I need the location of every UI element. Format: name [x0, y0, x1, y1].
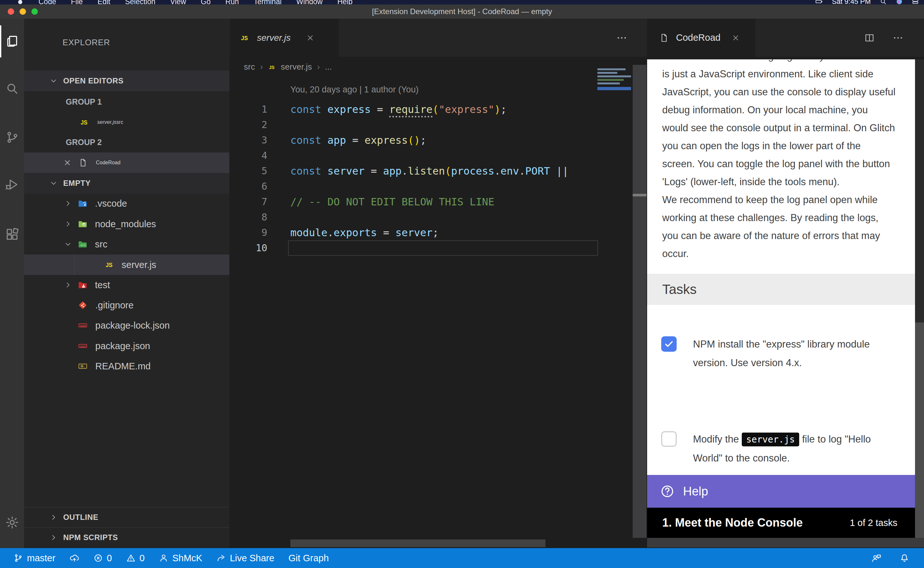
- code-text: const express = require("express");: [290, 102, 506, 117]
- tree-item-serverjs[interactable]: JSserver.js: [24, 254, 229, 275]
- close-tab-icon[interactable]: [731, 34, 740, 42]
- webview-scrollbar-track[interactable]: [915, 59, 924, 323]
- title-bar[interactable]: [Extension Development Host] - CodeRoad …: [0, 5, 924, 19]
- activity-bar-item-settings[interactable]: [0, 506, 24, 538]
- tree-item-READMEmd[interactable]: M↓README.md: [24, 356, 229, 376]
- section-header-npm-scripts[interactable]: NPM SCRIPTS: [24, 527, 229, 547]
- open-editor-item-serverjs[interactable]: JSserver.jssrc: [24, 112, 229, 132]
- menu-item-window[interactable]: Window: [297, 0, 323, 5]
- line-number: 3: [229, 133, 267, 148]
- status-item-sync-icon[interactable]: [69, 553, 79, 563]
- section-header-outline[interactable]: OUTLINE: [24, 507, 229, 527]
- chevron-right-icon: [64, 199, 72, 207]
- current-line-highlight: [288, 240, 598, 256]
- vscode-window: CodeFileEditSelectionViewGoRunTerminalWi…: [0, 0, 924, 568]
- code-line-4: 4: [229, 148, 634, 163]
- menu-item-help[interactable]: Help: [337, 0, 352, 5]
- extensions-icon: [5, 228, 19, 242]
- webview-scrollbar-thumb[interactable]: [915, 323, 924, 538]
- task-checkbox[interactable]: [661, 336, 677, 352]
- tab-serverjs[interactable]: JSserver.js: [230, 19, 339, 57]
- editor-vertical-scrollbar[interactable]: [633, 65, 647, 538]
- tree-item-nodemodules[interactable]: JSnode_modules: [24, 214, 229, 234]
- tree-item-packagelockjson[interactable]: npmpackage-lock.json: [24, 315, 229, 336]
- error-icon: [93, 553, 103, 563]
- more-actions-icon[interactable]: [616, 32, 627, 44]
- panel-tab-bar: CodeRoad: [647, 19, 924, 57]
- siri-icon: [896, 0, 903, 5]
- help-button[interactable]: Help: [647, 475, 915, 508]
- status-item-feedback[interactable]: [871, 553, 882, 563]
- git-branch-icon: [14, 553, 23, 563]
- code-line-1: 1const express = require("express");: [229, 102, 634, 117]
- svg-text:JS: JS: [241, 35, 248, 41]
- status-item-git-graph[interactable]: Git Graph: [288, 553, 329, 563]
- window-title: [Extension Development Host] - CodeRoad …: [0, 5, 924, 19]
- tree-item-packagejson[interactable]: npmpackage.json: [24, 336, 229, 356]
- menu-item-code[interactable]: Code: [39, 0, 56, 5]
- editor-group[interactable]: JSserver.js src›JSserver.js›... You, 20 …: [229, 19, 647, 548]
- more-actions-icon[interactable]: [892, 32, 904, 44]
- activity-bar-item-source-control[interactable]: [0, 121, 24, 153]
- menu-status-area: Sat 9:45 PM: [815, 0, 919, 5]
- status-item-live-share[interactable]: Live Share: [216, 553, 274, 563]
- group-label: GROUP 1: [66, 97, 102, 107]
- tree-item-label: test: [95, 280, 110, 290]
- open-editors-group-label[interactable]: GROUP 1: [24, 92, 229, 112]
- warning-icon: [126, 553, 136, 563]
- activity-bar-item-extensions[interactable]: [0, 219, 24, 251]
- spotlight-icon: [880, 0, 887, 5]
- breadcrumb[interactable]: src›JSserver.js›...: [244, 57, 332, 77]
- editor-horizontal-scrollbar[interactable]: [290, 539, 546, 547]
- status-item-0[interactable]: 0: [93, 553, 112, 563]
- line-number: 7: [229, 194, 267, 210]
- activity-bar-item-run-debug[interactable]: [0, 168, 24, 201]
- menu-item-go[interactable]: Go: [201, 0, 211, 5]
- status-item-bell[interactable]: [899, 553, 910, 563]
- open-editors-group-label[interactable]: GROUP 2: [24, 132, 229, 153]
- close-editor-icon[interactable]: [63, 159, 72, 167]
- status-item-shmck[interactable]: ShMcK: [159, 553, 202, 563]
- minimap[interactable]: [597, 68, 634, 94]
- git-file-icon: [78, 301, 87, 310]
- breadcrumb-item[interactable]: server.js: [281, 62, 312, 72]
- activity-bar-item-files[interactable]: [0, 25, 24, 57]
- line-number: 5: [229, 163, 267, 179]
- breadcrumb-item[interactable]: src: [244, 62, 255, 72]
- tree-item-vscode[interactable]: .vscode: [24, 193, 229, 214]
- task-checkbox[interactable]: [661, 431, 677, 447]
- group-label: GROUP 2: [66, 137, 102, 147]
- js-file-icon: JS: [79, 118, 89, 127]
- menu-clock[interactable]: Sat 9:45 PM: [832, 0, 871, 5]
- tree-item-gitignore[interactable]: .gitignore: [24, 295, 229, 316]
- tree-item-label: README.md: [95, 361, 151, 372]
- menu-item-selection[interactable]: Selection: [125, 0, 155, 5]
- menu-item-terminal[interactable]: Terminal: [254, 0, 282, 5]
- tab-coderoad[interactable]: CodeRoad: [647, 19, 755, 57]
- open-editor-item-coderoad[interactable]: CodeRoad: [24, 153, 229, 173]
- split-editor-icon[interactable]: [864, 32, 875, 43]
- status-item-master[interactable]: master: [14, 553, 56, 563]
- menu-item-file[interactable]: File: [71, 0, 83, 5]
- svg-text:npm: npm: [80, 324, 86, 327]
- close-tab-icon[interactable]: [306, 34, 314, 42]
- code-text: module.exports = server;: [290, 225, 439, 240]
- svg-text:JS: JS: [106, 262, 112, 268]
- tree-item-test[interactable]: test: [24, 275, 229, 295]
- menu-item-run[interactable]: Run: [225, 0, 239, 5]
- section-header-open-editors[interactable]: OPEN EDITORS: [24, 71, 229, 91]
- menu-item-edit[interactable]: Edit: [98, 0, 110, 5]
- tree-item-src[interactable]: </>src: [24, 234, 229, 254]
- menu-item-view[interactable]: View: [170, 0, 186, 5]
- activity-bar-item-search[interactable]: [0, 73, 24, 104]
- files-icon: [5, 34, 19, 48]
- status-item-0[interactable]: 0: [126, 553, 145, 563]
- breadcrumb-item[interactable]: ...: [325, 62, 332, 72]
- tree-item-label: server.js: [122, 260, 156, 270]
- line-number: 10: [229, 240, 267, 256]
- section-header-empty[interactable]: EMPTY: [24, 173, 229, 193]
- code-line-8: 8: [229, 210, 634, 225]
- tree-item-label: .gitignore: [95, 300, 133, 311]
- line-number: 9: [229, 225, 267, 240]
- apple-icon: [17, 0, 24, 5]
